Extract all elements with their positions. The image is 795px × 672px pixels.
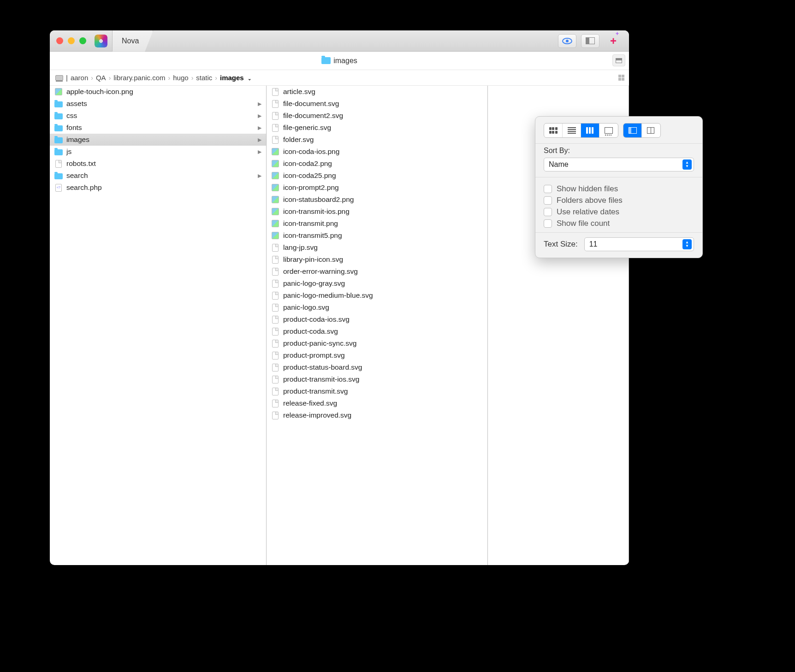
file-row[interactable]: assets▶ [50,98,266,110]
file-name: release-improved.svg [283,411,351,419]
file-row[interactable]: robots.txt [50,158,266,170]
file-row[interactable]: file-document.svg [267,98,487,110]
file-icon [271,411,279,419]
file-row[interactable]: folder.svg [267,134,487,146]
file-row[interactable]: product-coda-ios.svg [267,313,487,325]
layout-toggle-button[interactable] [612,54,625,66]
file-row[interactable]: icon-transmit5.png [267,230,487,242]
file-name: search [66,171,88,180]
file-icon [271,375,279,383]
text-size-select[interactable]: 11 ▲▼ [584,237,694,251]
file-row[interactable]: icon-prompt2.png [267,182,487,194]
check-folders-above-files[interactable]: Folders above files [544,196,694,205]
file-row[interactable]: release-fixed.svg [267,397,487,409]
file-row[interactable]: icon-coda2.png [267,158,487,170]
file-name: release-fixed.svg [283,399,337,407]
minimize-window-button[interactable] [68,37,75,44]
file-row[interactable]: icon-coda-ios.png [267,146,487,158]
check-show-file-count[interactable]: Show file count [544,219,694,228]
file-row[interactable]: product-transmit.svg [267,385,487,397]
file-row[interactable]: panic-logo.svg [267,301,487,313]
file-icon [271,112,279,120]
file-row[interactable]: apple-touch-icon.png [50,86,266,98]
check-use-relative-dates[interactable]: Use relative dates [544,207,694,217]
chevron-right-icon: ▶ [258,173,261,179]
file-row[interactable]: icon-transmit.png [267,218,487,230]
dual-pane-button[interactable] [642,124,660,137]
file-name: icon-coda25.png [283,171,336,180]
file-icon [271,267,279,276]
text-size-label: Text Size: [544,240,578,249]
file-name: lang-jp.svg [283,243,318,252]
breadcrumb-item[interactable]: QA [96,74,106,82]
file-row[interactable]: release-improved.svg [267,409,487,421]
folder-icon [54,136,63,144]
column-current: article.svgfile-document.svgfile-documen… [267,86,488,565]
view-icon-grid-button[interactable] [544,124,563,137]
file-row[interactable]: css▶ [50,110,266,122]
file-icon [271,327,279,336]
panel-toggle-button[interactable] [581,34,599,48]
breadcrumb-item[interactable]: library.panic.com [113,74,165,82]
file-row[interactable]: js▶ [50,146,266,158]
breadcrumb-item[interactable]: aaron [71,74,88,82]
file-row[interactable]: lang-jp.svg [267,242,487,253]
select-arrows-icon: ▲▼ [682,159,692,170]
select-arrows-icon: ▲▼ [682,239,692,249]
preview-button[interactable] [558,34,576,48]
file-row[interactable]: search.php [50,182,266,194]
file-row[interactable]: icon-statusboard2.png [267,194,487,206]
chevron-right-icon: › [191,74,194,82]
breadcrumb-item[interactable]: hugo [173,74,188,82]
file-row[interactable]: product-prompt.svg [267,349,487,361]
file-row[interactable]: product-coda.svg [267,325,487,337]
chevron-right-icon: › [215,74,217,82]
file-row[interactable]: icon-coda25.png [267,170,487,182]
text-size-value: 11 [589,240,598,248]
traffic-lights [56,37,86,44]
file-row[interactable]: product-transmit-ios.svg [267,373,487,385]
image-file-icon [271,195,279,204]
view-options-popover: Sort By: Name ▲▼ Show hidden files Folde… [535,116,703,258]
file-row[interactable]: file-document2.svg [267,110,487,122]
file-row[interactable]: product-panic-sync.svg [267,337,487,349]
file-name: icon-statusboard2.png [283,195,354,204]
sort-by-select[interactable]: Name ▲▼ [544,158,694,171]
view-list-button[interactable] [563,124,581,137]
file-name: icon-transmit5.png [283,231,342,240]
tab-label: Nova [122,37,139,45]
file-row[interactable]: panic-logo-gray.svg [267,277,487,289]
file-row[interactable]: images▶ [50,134,266,146]
file-icon [271,136,279,144]
view-gallery-button[interactable] [599,124,618,137]
breadcrumb-current[interactable]: images ⌄ [220,74,251,82]
file-row[interactable]: file-generic.svg [267,122,487,134]
file-name: file-generic.svg [283,124,331,132]
file-row[interactable]: icon-transmit-ios.png [267,206,487,218]
file-row[interactable]: search▶ [50,170,266,182]
chevron-down-icon: ⌄ [248,76,251,81]
file-row[interactable]: order-error-warning.svg [267,265,487,277]
file-icon [271,255,279,264]
text-size-row: Text Size: 11 ▲▼ [535,233,702,251]
image-file-icon [271,183,279,192]
zoom-window-button[interactable] [79,37,86,44]
breadcrumb-item[interactable]: static [196,74,212,82]
view-columns-button[interactable] [581,124,599,137]
file-row[interactable]: fonts▶ [50,122,266,134]
file-icon [271,339,279,348]
folder-icon [54,100,63,108]
file-row[interactable]: product-status-board.svg [267,361,487,373]
close-window-button[interactable] [56,37,63,44]
file-icon [271,399,279,407]
single-pane-button[interactable] [623,124,642,137]
view-options-button[interactable] [618,75,624,81]
file-row[interactable]: article.svg [267,86,487,98]
file-row[interactable]: library-pin-icon.svg [267,253,487,265]
file-row[interactable]: panic-logo-medium-blue.svg [267,289,487,301]
file-name: images [66,136,89,144]
tab-nova[interactable]: Nova [112,30,153,52]
chevron-right-icon: ▶ [258,113,261,119]
check-show-hidden-files[interactable]: Show hidden files [544,184,694,194]
new-button[interactable]: + [604,34,623,48]
